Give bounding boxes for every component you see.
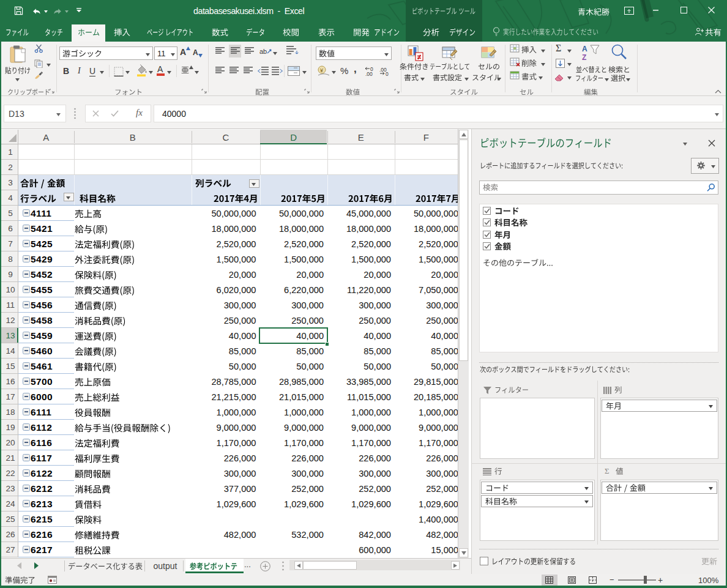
svg-text:.00: .00 — [365, 71, 373, 76]
svg-text:Z: Z — [582, 53, 586, 61]
svg-text:0: 0 — [386, 71, 389, 76]
svg-text:ab: ab — [259, 48, 267, 55]
svg-text:A: A — [582, 45, 587, 53]
svg-text:¥: ¥ — [319, 67, 324, 73]
